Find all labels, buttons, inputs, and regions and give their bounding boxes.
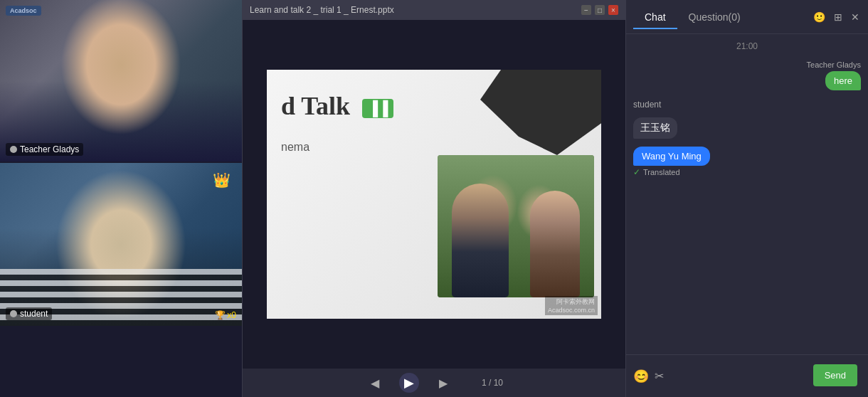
slide-play-button[interactable]: ▶ — [399, 373, 419, 393]
presentation-titlebar: Learn and talk 2 _ trial 1 _ Ernest.pptx… — [243, 0, 625, 20]
english-name-bubble: Wang Yu Ming — [633, 147, 710, 166]
titlebar-buttons: − □ × — [581, 5, 618, 15]
slide-play-badge: ▐▐ — [362, 99, 393, 118]
chat-header-icons: 🙂 ⊞ ✕ — [812, 10, 861, 24]
student-video-feed: 👑 student 🏆x0 — [0, 163, 242, 326]
right-panel: Chat Question(0) 🙂 ⊞ ✕ 21:00 Teacher Gla… — [626, 0, 868, 397]
maximize-button[interactable]: □ — [595, 5, 605, 15]
presentation-title: Learn and talk 2 _ trial 1 _ Ernest.pptx — [250, 5, 394, 15]
chat-timestamp: 21:00 — [633, 41, 861, 51]
slide-counter: 1 / 10 — [482, 378, 503, 388]
logo-text: Acadsoc — [10, 7, 37, 14]
mic-icon — [10, 146, 17, 153]
student-mic-icon — [10, 310, 17, 317]
teacher-message-bubble: here — [825, 71, 861, 90]
trophy-count: x0 — [227, 310, 236, 320]
checkmark-icon: ✓ — [633, 167, 640, 177]
student-message-english: Wang Yu Ming ✓ Translated — [633, 147, 861, 177]
slide-container: d Talk ▐▐ nema 阿卡索外教网 Acadsoc.com.cn — [243, 20, 625, 369]
crown-icon: 👑 — [213, 171, 231, 189]
slide-subtitle: nema — [281, 141, 309, 154]
teacher-message: Teacher Gladys here — [633, 60, 861, 90]
chat-close-icon[interactable]: ✕ — [850, 10, 861, 24]
slide-next-button[interactable]: ▶ — [433, 374, 453, 393]
left-panel: Acadsoc Teacher Gladys 👑 student � — [0, 0, 242, 397]
trophy-badge: 🏆x0 — [215, 310, 236, 320]
translated-badge: ✓ Translated — [633, 167, 680, 177]
chat-send-area: 😊 ✂ Send — [626, 354, 868, 397]
slide-photo — [438, 155, 594, 297]
slide-navigation: ◀ ▶ ▶ 1 / 10 — [243, 369, 625, 397]
close-button[interactable]: × — [608, 5, 618, 15]
translated-label: Translated — [643, 168, 680, 176]
student-name-label: student — [20, 309, 48, 319]
slide-title: d Talk ▐▐ — [281, 91, 393, 121]
chat-header: Chat Question(0) 🙂 ⊞ ✕ — [626, 0, 868, 34]
slide-watermark: 阿卡索外教网 Acadsoc.com.cn — [545, 296, 598, 315]
expand-icon[interactable]: ⊞ — [832, 10, 844, 24]
emoji-button[interactable]: 😊 — [633, 369, 649, 384]
smiley-icon[interactable]: 🙂 — [812, 10, 827, 24]
tab-question[interactable]: Question(0) — [677, 6, 752, 28]
tab-chat[interactable]: Chat — [633, 6, 677, 28]
person-left-silhouette — [452, 184, 509, 297]
teacher-video-feed: Acadsoc Teacher Gladys — [0, 0, 242, 163]
student-message-chinese: 王玉铭 — [633, 117, 861, 141]
logo-box: Acadsoc — [6, 6, 41, 16]
teacher-message-sender: Teacher Gladys — [807, 60, 861, 69]
teacher-name-label: Teacher Gladys — [20, 144, 79, 154]
acadsoc-logo: Acadsoc — [6, 6, 41, 16]
slide-content: d Talk ▐▐ nema 阿卡索外教网 Acadsoc.com.cn — [267, 70, 601, 319]
person-right-silhouette — [530, 191, 580, 297]
student-bg: 👑 student 🏆x0 — [0, 163, 242, 326]
student-video-label: student — [6, 307, 52, 320]
student-section-label: student — [633, 100, 861, 110]
send-button[interactable]: Send — [813, 364, 857, 386]
scissors-button[interactable]: ✂ — [655, 369, 664, 383]
chat-body: 21:00 Teacher Gladys here student 王玉铭 Wa… — [626, 34, 868, 354]
minimize-button[interactable]: − — [581, 5, 591, 15]
middle-panel: Learn and talk 2 _ trial 1 _ Ernest.pptx… — [242, 0, 626, 397]
teacher-bg: Acadsoc Teacher Gladys — [0, 0, 242, 162]
chinese-name-bubble: 王玉铭 — [633, 117, 677, 139]
teacher-overlay — [0, 0, 242, 162]
slide-prev-button[interactable]: ◀ — [365, 374, 385, 393]
teacher-video-label: Teacher Gladys — [6, 143, 83, 156]
